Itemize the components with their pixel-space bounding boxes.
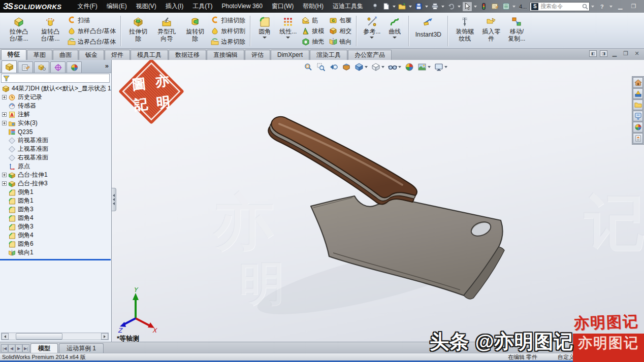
menu-view[interactable]: 视图(V) [132, 0, 161, 13]
model-tab[interactable]: 模型 [30, 343, 58, 353]
performance-traffic-light-icon[interactable] [478, 2, 489, 12]
save-dropdown-icon[interactable] [425, 6, 428, 8]
tab-nav-first-icon[interactable]: |◀ [1, 344, 8, 352]
menu-help[interactable]: 帮助(H) [298, 0, 328, 13]
pane-right-icon[interactable]: ◨ [600, 50, 607, 57]
fillet-button[interactable]: 圆角 [253, 15, 276, 47]
tab-sheet-metal[interactable]: 钣金 [79, 50, 104, 60]
custom-properties-icon[interactable] [633, 133, 643, 144]
cosmetic-thread-button[interactable]: 装饰螺纹线 [451, 15, 478, 47]
move-copy-button[interactable]: 移动/复制... [504, 15, 529, 47]
restore-button[interactable]: ❐ [627, 2, 639, 11]
draft-button[interactable]: 拔模 [300, 26, 326, 36]
options-icon[interactable] [490, 2, 500, 12]
tree-item-front-plane[interactable]: 前视基准面 [8, 136, 48, 145]
featuremanager-tree-tab[interactable] [2, 60, 17, 73]
scroll-left-arrow-icon[interactable] [2, 333, 9, 340]
undo-dropdown-icon[interactable] [458, 6, 461, 8]
tab-dimxpert[interactable]: DimXpert [271, 50, 309, 60]
extruded-cut-button[interactable]: 拉伸切除 [124, 15, 152, 47]
expand-plus-icon[interactable] [2, 121, 7, 125]
search-icon[interactable] [582, 4, 588, 10]
tree-item-history[interactable]: 历史记录 [2, 93, 42, 102]
display-manager-dropdown-icon[interactable] [512, 6, 516, 8]
select-cursor-icon[interactable] [462, 2, 472, 12]
pin-icon[interactable] [370, 2, 380, 12]
cleaver-model[interactable] [112, 60, 644, 342]
lofted-cut-button[interactable]: 放样切割 [209, 26, 247, 36]
menu-window[interactable]: 窗口(W) [267, 0, 298, 13]
configuration-manager-tab[interactable] [34, 61, 49, 73]
rib-button[interactable]: 筋 [300, 15, 326, 25]
dimxpert-manager-tab[interactable] [50, 61, 66, 73]
tree-item-boss-extrude3[interactable]: 凸台-拉伸3 [2, 179, 48, 188]
tree-item-fillet4[interactable]: 圆角4 [8, 214, 34, 222]
fillet-dropdown-icon[interactable] [263, 37, 267, 39]
doc-restore-button[interactable]: ❐ [622, 50, 630, 57]
minimize-button[interactable]: ▁ [614, 2, 626, 11]
tree-item-right-plane[interactable]: 右视基准面 [8, 153, 48, 162]
wrap-button[interactable]: 包覆 [328, 15, 353, 25]
menu-insert[interactable]: 插入(I) [161, 0, 188, 13]
save-icon[interactable] [413, 2, 424, 12]
insert-part-button[interactable]: 插入零件 [478, 15, 504, 47]
tree-item-boss-extrude1[interactable]: 凸台-拉伸1 [2, 171, 48, 179]
view-palette-icon[interactable] [633, 111, 643, 121]
expand-plus-icon[interactable] [2, 95, 7, 100]
tree-item-top-plane[interactable]: 上视基准面 [8, 145, 48, 153]
rollback-bar[interactable] [0, 259, 111, 260]
print-dropdown-icon[interactable] [441, 6, 444, 8]
menu-file[interactable]: 文件(F) [73, 0, 102, 13]
tab-nav-next-icon[interactable]: ▶ [15, 344, 22, 352]
panel-splitter-handle[interactable] [112, 188, 116, 211]
display-manager-icon[interactable] [501, 2, 511, 12]
reference-dropdown-icon[interactable] [370, 37, 374, 39]
graphics-viewport[interactable]: 亦 明 记 圖 亦 記 明 [112, 60, 644, 342]
tab-data-migration[interactable]: 数据迁移 [169, 50, 206, 60]
reference-geometry-button[interactable]: 参考... [360, 15, 384, 47]
search-dropdown-icon[interactable] [591, 6, 594, 8]
home-icon[interactable] [633, 77, 643, 88]
tree-root-item[interactable]: 44菜刀DH (默认<<默认>_显示状态 1> [2, 84, 112, 93]
swept-boss-button[interactable]: 扫描 [66, 15, 117, 25]
select-dropdown-icon[interactable] [474, 6, 477, 8]
extruded-boss-button[interactable]: 拉伸凸台/基... [3, 15, 35, 47]
doc-minimize-button[interactable]: ▁ [610, 50, 619, 57]
tab-nav-prev-icon[interactable]: ◀ [8, 344, 15, 352]
pane-left-icon[interactable]: ◧ [589, 50, 597, 57]
appearances-icon[interactable] [633, 122, 643, 133]
tab-direct-editing[interactable]: 直接编辑 [207, 50, 244, 60]
boundary-cut-button[interactable]: 边界切除 [209, 37, 247, 47]
tab-evaluate[interactable]: 评估 [245, 50, 270, 60]
open-dropdown-icon[interactable] [409, 6, 412, 8]
tree-item-fillet6[interactable]: 圆角6 [8, 240, 34, 248]
tree-item-fillet1[interactable]: 圆角1 [8, 196, 34, 205]
display-manager-tab[interactable] [67, 61, 82, 73]
tab-weldments[interactable]: 焊件 [105, 50, 130, 60]
expand-plus-icon[interactable] [2, 112, 7, 117]
tree-item-origin[interactable]: 原点 [8, 162, 30, 171]
tree-item-mirror1[interactable]: 镜向1 [8, 248, 34, 257]
tree-item-chamfer4[interactable]: 倒角4 [8, 231, 34, 240]
tab-office-products[interactable]: 办公室产品 [348, 50, 392, 60]
close-button[interactable]: ✕ [640, 2, 644, 11]
search-input[interactable]: S 搜索命令 [530, 2, 590, 11]
intersect-button[interactable]: 相交 [328, 26, 353, 36]
lofted-boss-button[interactable]: 放样凸台/基体 [66, 26, 117, 36]
menu-edit[interactable]: 编辑(E) [102, 0, 132, 13]
menu-maidi-tools[interactable]: 迈迪工具集 [328, 0, 368, 13]
print-icon[interactable] [430, 2, 440, 12]
curves-button[interactable]: 曲线 [384, 15, 405, 47]
help-icon[interactable]: ? [596, 2, 608, 11]
expand-plus-icon[interactable] [2, 181, 7, 186]
file-explorer-icon[interactable] [633, 100, 643, 110]
shell-button[interactable]: 抽壳 [300, 37, 326, 47]
tab-render-tools[interactable]: 渲染工具 [310, 50, 347, 60]
tab-sketch[interactable]: 草图 [27, 50, 52, 60]
tab-nav-last-icon[interactable]: ▶| [22, 344, 29, 352]
tree-item-material[interactable]: Q235 [8, 127, 33, 136]
motion-study-tab[interactable]: 运动算例 1 [59, 343, 104, 353]
open-icon[interactable] [397, 2, 407, 12]
tree-filter-input[interactable] [1, 74, 110, 83]
design-library-icon[interactable] [633, 88, 643, 99]
